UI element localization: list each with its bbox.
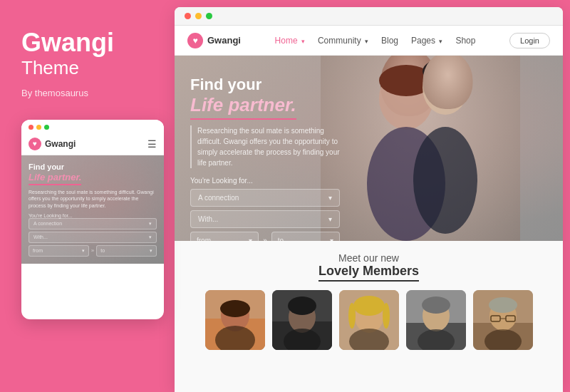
nav-link-pages[interactable]: Pages ▾ — [411, 36, 442, 46]
with-dropdown[interactable]: With... ▾ — [190, 210, 340, 228]
browser-dot-yellow — [195, 13, 202, 19]
from-dropdown[interactable]: from ▾ — [190, 232, 259, 241]
from-chevron-icon: ▾ — [249, 237, 252, 241]
hero-description: Researching the soul mate is something d… — [190, 125, 340, 168]
mobile-to-field[interactable]: to ▾ — [96, 245, 157, 257]
site-heart-icon: ♥ — [187, 33, 203, 48]
svg-point-14 — [288, 296, 316, 315]
to-chevron-icon: ▾ — [330, 237, 333, 241]
mobile-from-field[interactable]: from ▾ — [28, 245, 89, 257]
age-row: from ▾ » to ▾ — [190, 232, 340, 241]
member-avatar-1 — [205, 290, 265, 350]
svg-point-18 — [353, 296, 385, 316]
mobile-dot-yellow — [36, 125, 41, 130]
member-card-2[interactable] — [272, 290, 332, 350]
mobile-heart-icon: ♥ — [28, 138, 41, 150]
member-avatar-2 — [272, 290, 332, 350]
mobile-hero-looking: You're Looking for... — [28, 213, 157, 218]
mobile-hero-life: Life partner. — [28, 172, 157, 185]
mobile-from-chevron: ▾ — [82, 248, 85, 254]
hero-find-text: Find your — [190, 76, 373, 94]
mobile-with-chevron-icon: ▾ — [149, 234, 152, 240]
mobile-to-chevron: ▾ — [150, 248, 152, 254]
member-avatar-4 — [406, 290, 466, 350]
mobile-window-controls — [21, 120, 164, 135]
hero-looking-label: You're Looking for... — [190, 177, 373, 185]
members-grid — [187, 290, 550, 350]
browser-bar — [175, 7, 563, 26]
nav-link-blog[interactable]: Blog — [381, 36, 398, 46]
member-avatar-5 — [473, 290, 533, 350]
members-header: Meet our new Lovely Members — [187, 252, 550, 282]
svg-point-3 — [423, 58, 468, 84]
hero-life-text: Life partner. — [190, 94, 296, 120]
age-arrow-icon: » — [263, 237, 267, 241]
site-logo-text: Gwangi — [207, 35, 241, 46]
member-avatar-3 — [339, 290, 399, 350]
mobile-hero: Find your Life partner. Researching the … — [21, 155, 164, 264]
member-card-4[interactable] — [406, 290, 466, 350]
site-nav: ♥ Gwangi Home ▾ Community ▾ Blog Pages ▾… — [175, 26, 563, 56]
home-arrow-icon: ▾ — [301, 38, 305, 45]
svg-point-25 — [422, 296, 450, 314]
mobile-chevron-down-icon: ▾ — [149, 221, 152, 227]
member-card-5[interactable] — [473, 290, 533, 350]
member-card-1[interactable] — [205, 290, 265, 350]
right-panel: ♥ Gwangi Home ▾ Community ▾ Blog Pages ▾… — [175, 7, 563, 392]
members-meet-label: Meet our new — [187, 252, 550, 264]
member-card-3[interactable] — [339, 290, 399, 350]
community-arrow-icon: ▾ — [365, 38, 368, 45]
mobile-with-field[interactable]: With... ▾ — [28, 232, 157, 243]
nav-link-community[interactable]: Community ▾ — [318, 36, 368, 46]
mobile-logo-text: Gwangi — [45, 139, 76, 149]
brand-title: Gwangi — [21, 29, 114, 57]
mobile-logo: ♥ Gwangi — [28, 138, 76, 150]
pages-arrow-icon: ▾ — [439, 38, 442, 45]
site-nav-links: Home ▾ Community ▾ Blog Pages ▾ Shop — [275, 36, 476, 46]
hero-section: Find your Life partner. Researching the … — [175, 56, 563, 241]
left-panel: Gwangi Theme By themosaurus ♥ Gwangi ☰ F… — [0, 0, 175, 392]
login-button[interactable]: Login — [509, 33, 550, 48]
mobile-hero-content: Find your Life partner. Researching the … — [28, 163, 157, 257]
mobile-age-arrow-icon: » — [91, 247, 94, 254]
mobile-hero-desc: Researching the soul mate is something d… — [28, 189, 157, 210]
with-chevron-icon: ▾ — [328, 215, 332, 223]
mobile-hamburger-icon: ☰ — [147, 138, 157, 150]
browser-dot-green — [206, 13, 212, 19]
to-dropdown[interactable]: to ▾ — [271, 232, 340, 241]
brand-by: By themosaurus — [21, 88, 88, 98]
mobile-preview: ♥ Gwangi ☰ Find your Life partner. Resea… — [21, 120, 164, 319]
mobile-nav: ♥ Gwangi ☰ — [21, 135, 164, 155]
svg-point-19 — [348, 303, 356, 329]
browser-dot-red — [185, 13, 191, 19]
mobile-dot-red — [28, 125, 33, 130]
mobile-age-row: from ▾ » to ▾ — [28, 245, 157, 257]
connection-dropdown[interactable]: A connection ▾ — [190, 189, 340, 207]
svg-point-30 — [489, 297, 517, 313]
svg-point-20 — [383, 303, 390, 329]
brand-subtitle: Theme — [21, 57, 79, 79]
mobile-dot-green — [44, 125, 49, 130]
members-section: Meet our new Lovely Members — [175, 241, 563, 392]
nav-link-shop[interactable]: Shop — [455, 36, 475, 46]
hero-content: Find your Life partner. Researching the … — [175, 56, 388, 241]
connection-chevron-icon: ▾ — [328, 194, 332, 202]
members-title: Lovely Members — [318, 264, 419, 282]
site-logo: ♥ Gwangi — [187, 33, 241, 48]
mobile-connection-field[interactable]: A connection ▾ — [28, 218, 157, 229]
svg-point-2 — [423, 61, 468, 115]
svg-point-5 — [413, 127, 477, 234]
mobile-hero-find: Find your — [28, 163, 157, 171]
nav-link-home[interactable]: Home ▾ — [275, 36, 305, 46]
svg-point-9 — [220, 300, 250, 317]
hero-form: A connection ▾ With... ▾ from ▾ » to ▾ — [190, 189, 340, 241]
